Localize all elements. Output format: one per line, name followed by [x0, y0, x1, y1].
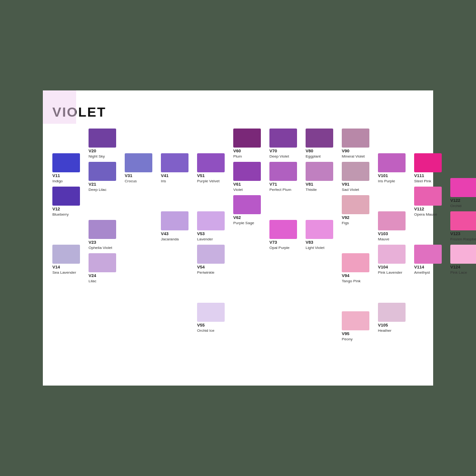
- color-code: V73: [269, 240, 277, 246]
- color-swatch-v111: [414, 153, 442, 172]
- color-name: Iris: [161, 179, 166, 184]
- color-swatch-v23: [89, 220, 116, 239]
- color-name: Pink Lace: [450, 270, 467, 275]
- color-item-v80: V80Eggplant: [306, 129, 333, 159]
- color-item-v90: V90Mineral Violet: [342, 129, 369, 159]
- color-code: V23: [89, 240, 96, 246]
- color-name: Eggplant: [306, 154, 321, 159]
- color-item-v83: V83Light Violet: [306, 220, 333, 250]
- color-item-v21: V21Deep Lilac: [89, 162, 116, 192]
- color-name: Lavender: [197, 237, 213, 242]
- color-swatch-v71: [269, 162, 297, 181]
- color-swatch-v54: [197, 245, 225, 264]
- color-name: Plum: [233, 154, 242, 159]
- color-item-v53: V53Lavender: [197, 211, 225, 242]
- color-item-v94: V94Tango Pink: [342, 253, 369, 284]
- color-code: V43: [161, 231, 169, 237]
- color-item-v112: V112Opera Mauve: [414, 187, 442, 217]
- color-swatch-v61: [233, 162, 261, 181]
- color-code: V91: [342, 182, 349, 188]
- color-name: Periwinkle: [197, 270, 214, 275]
- color-name: Pink Lavender: [378, 270, 402, 275]
- color-code: V70: [269, 149, 277, 154]
- color-name: Purple Sage: [233, 221, 254, 226]
- color-name: Blueberry: [52, 212, 69, 217]
- color-name: Frozen Raspberry: [450, 237, 476, 242]
- color-name: Sad Violet: [342, 188, 359, 192]
- color-code: V122: [450, 198, 460, 204]
- color-swatch-v122: [450, 178, 476, 197]
- color-swatch-v43: [161, 211, 188, 230]
- color-swatch-v70: [269, 129, 297, 148]
- color-swatch-v41: [161, 153, 188, 172]
- color-item-v43: V43Jacaranda: [161, 211, 188, 242]
- color-column-col8: V80EggplantV81ThistleV83Light Violet: [306, 129, 342, 345]
- color-code: V55: [197, 323, 205, 328]
- color-code: V51: [197, 173, 205, 179]
- color-name: Peony: [342, 337, 353, 342]
- page-title: VIOLET: [52, 105, 424, 120]
- color-swatch-v105: [378, 303, 406, 322]
- color-code: V31: [125, 173, 132, 179]
- color-name: Heather: [378, 328, 391, 333]
- color-column-col4: V41IrisV43Jacaranda: [161, 129, 197, 345]
- color-item-v62: V62Purple Sage: [233, 195, 261, 226]
- color-column-col2: V20Night SkyV21Deep LilacV23Ophelia Viol…: [89, 129, 125, 345]
- color-column-col11: V111Steel PinkV112Opera MauveV114Amethys…: [414, 129, 450, 345]
- color-code: V61: [233, 182, 241, 188]
- color-code: V111: [414, 173, 424, 179]
- color-swatch-v83: [306, 220, 333, 239]
- color-swatch-v95: [342, 311, 369, 330]
- color-code: V14: [52, 265, 60, 270]
- color-grid: V11IndigoV12BlueberryV14Sea LavenderV20N…: [52, 129, 424, 345]
- color-swatch-v112: [414, 187, 442, 206]
- color-code: V81: [306, 182, 313, 188]
- color-item-v91: V91Sad Violet: [342, 162, 369, 192]
- corner-decoration: [43, 90, 76, 124]
- color-swatch-v60: [233, 129, 261, 148]
- color-swatch-v24: [89, 253, 116, 272]
- color-swatch-v14: [52, 245, 80, 264]
- color-column-col6: V60PlumV61VioletV62Purple Sage: [233, 129, 269, 345]
- color-chart-card: VIOLET V11IndigoV12BlueberryV14Sea Laven…: [43, 90, 433, 386]
- color-name: Opal Purple: [269, 246, 289, 250]
- color-item-v55: V55Orchid Ice: [197, 303, 225, 333]
- color-code: V83: [306, 240, 313, 246]
- color-swatch-v104: [378, 245, 406, 264]
- color-code: V112: [414, 207, 424, 212]
- color-name: Violet: [233, 188, 243, 192]
- color-item-v61: V61Violet: [233, 162, 261, 192]
- color-swatch-v62: [233, 195, 261, 214]
- color-name: Orchid: [450, 204, 462, 208]
- color-item-v41: V41Iris: [161, 153, 188, 184]
- color-name: Purple Velvet: [197, 179, 219, 184]
- color-name: Deep Violet: [269, 154, 289, 159]
- color-code: V101: [378, 173, 388, 179]
- color-name: Thistle: [306, 188, 317, 192]
- color-name: Orchid Ice: [197, 328, 214, 333]
- color-code: V104: [378, 265, 388, 270]
- color-code: V114: [414, 265, 424, 270]
- color-code: V54: [197, 265, 205, 270]
- color-name: Jacaranda: [161, 237, 178, 242]
- color-swatch-v91: [342, 162, 369, 181]
- color-swatch-v80: [306, 129, 333, 148]
- color-name: Iris Purple: [378, 179, 395, 184]
- color-item-v92: V92Figs: [342, 195, 369, 226]
- color-swatch-v53: [197, 211, 225, 230]
- color-swatch-v51: [197, 153, 225, 172]
- color-item-v20: V20Night Sky: [89, 129, 116, 159]
- color-swatch-v73: [269, 220, 297, 239]
- color-code: V21: [89, 182, 96, 188]
- color-column-col12: V122OrchidV123Frozen RaspberryV124Pink L…: [450, 129, 476, 345]
- color-code: V60: [233, 149, 241, 154]
- color-name: Mineral Violet: [342, 154, 365, 159]
- color-code: V94: [342, 273, 349, 279]
- color-item-v81: V81Thistle: [306, 162, 333, 192]
- color-code: V62: [233, 215, 241, 221]
- color-name: Mauve: [378, 237, 389, 242]
- color-swatch-v124: [450, 245, 476, 264]
- color-name: Deep Lilac: [89, 188, 107, 192]
- color-swatch-v11: [52, 153, 80, 172]
- color-item-v11: V11Indigo: [52, 153, 80, 184]
